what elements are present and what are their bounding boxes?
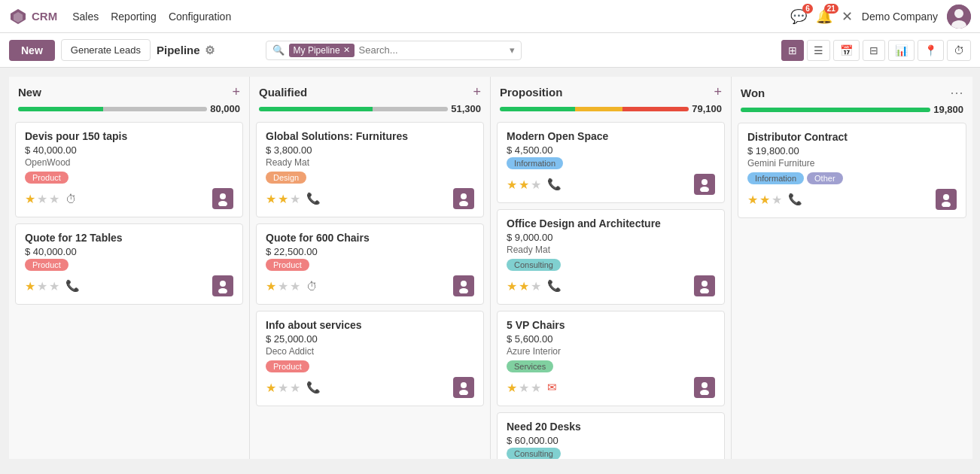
- card-tag[interactable]: Product: [266, 259, 309, 271]
- star-empty[interactable]: ★: [531, 279, 541, 293]
- card-tag[interactable]: Product: [25, 172, 68, 184]
- progress-bar: [259, 107, 448, 111]
- star-filled[interactable]: ★: [266, 279, 276, 293]
- star-filled[interactable]: ★: [747, 193, 758, 207]
- messages-icon[interactable]: 💬 6: [790, 8, 807, 25]
- star-filled[interactable]: ★: [278, 192, 288, 206]
- kanban-card[interactable]: Global Solutions: Furnitures $ 3,800.00 …: [256, 122, 484, 217]
- card-avatar: [212, 188, 233, 209]
- card-title: Need 20 Desks: [507, 421, 715, 433]
- card-stars: ★★★: [266, 279, 300, 293]
- svg-point-6: [218, 201, 227, 206]
- star-empty[interactable]: ★: [519, 381, 529, 395]
- view-map[interactable]: 📍: [918, 40, 944, 61]
- star-empty[interactable]: ★: [531, 381, 541, 395]
- phone-icon[interactable]: 📞: [306, 192, 321, 205]
- settings-icon[interactable]: ✕: [842, 8, 853, 25]
- card-left-actions: ★★★ ⏱: [266, 279, 318, 293]
- card-amount: $ 3,800.00: [266, 144, 474, 156]
- generate-leads-button[interactable]: Generate Leads: [61, 39, 151, 61]
- column-cards: Devis pour 150 tapis $ 40,000.00 OpenWoo…: [9, 119, 249, 459]
- search-input[interactable]: [359, 44, 502, 56]
- card-tags: Design: [266, 172, 474, 184]
- card-tag[interactable]: Other: [807, 172, 843, 184]
- card-tag[interactable]: Product: [25, 259, 68, 271]
- star-filled[interactable]: ★: [25, 279, 35, 293]
- star-empty[interactable]: ★: [278, 381, 288, 395]
- phone-icon[interactable]: 📞: [788, 193, 802, 206]
- kanban-card[interactable]: Modern Open Space $ 4,500.00 Information…: [497, 122, 725, 203]
- pipeline-settings-icon[interactable]: ⚙: [205, 44, 215, 57]
- view-grid[interactable]: ⊟: [863, 40, 885, 61]
- column-add-icon[interactable]: +: [232, 84, 240, 100]
- star-empty[interactable]: ★: [290, 279, 300, 293]
- card-tag[interactable]: Consulting: [507, 448, 561, 459]
- card-action-icons: ✉: [547, 381, 557, 394]
- star-filled[interactable]: ★: [759, 193, 770, 207]
- star-empty[interactable]: ★: [49, 279, 59, 293]
- card-company: Gemini Furniture: [747, 158, 957, 169]
- phone-icon[interactable]: 📞: [65, 279, 80, 293]
- column-add-icon[interactable]: +: [714, 84, 722, 100]
- user-avatar[interactable]: [947, 5, 971, 29]
- star-filled[interactable]: ★: [507, 381, 517, 395]
- card-tags: Information: [507, 157, 715, 169]
- card-tag[interactable]: Information: [747, 172, 804, 184]
- star-filled[interactable]: ★: [507, 279, 517, 293]
- nav-reporting[interactable]: Reporting: [111, 8, 157, 26]
- card-tag[interactable]: Design: [266, 172, 306, 184]
- view-activity[interactable]: ⏱: [947, 40, 971, 61]
- kanban-card[interactable]: Devis pour 150 tapis $ 40,000.00 OpenWoo…: [15, 122, 243, 217]
- app-logo[interactable]: CRM: [9, 8, 57, 26]
- card-tag[interactable]: Information: [507, 157, 563, 169]
- kanban-card[interactable]: 5 VP Chairs $ 5,600.00 Azure Interior Se…: [497, 311, 725, 406]
- star-empty[interactable]: ★: [37, 192, 47, 206]
- star-empty[interactable]: ★: [772, 193, 782, 207]
- phone-icon[interactable]: 📞: [547, 279, 562, 293]
- card-tag[interactable]: Product: [266, 360, 309, 372]
- view-chart[interactable]: 📊: [888, 40, 915, 61]
- nav-configuration[interactable]: Configuration: [169, 8, 231, 26]
- star-filled[interactable]: ★: [266, 381, 276, 395]
- card-tag[interactable]: Services: [507, 360, 553, 372]
- card-tag[interactable]: Consulting: [507, 259, 561, 271]
- search-dropdown-icon[interactable]: ▾: [510, 44, 515, 56]
- progress-bar-row: 79,100: [491, 103, 731, 119]
- notifications-icon[interactable]: 🔔 21: [816, 8, 832, 25]
- card-avatar: [694, 377, 715, 398]
- star-filled[interactable]: ★: [507, 178, 517, 192]
- nav-sales[interactable]: Sales: [72, 8, 99, 26]
- filter-tag-close[interactable]: ✕: [343, 45, 350, 55]
- view-calendar[interactable]: 📅: [833, 40, 860, 61]
- filter-tag[interactable]: My Pipeline ✕: [289, 44, 355, 57]
- star-empty[interactable]: ★: [290, 192, 300, 206]
- star-empty[interactable]: ★: [37, 279, 47, 293]
- star-empty[interactable]: ★: [49, 192, 59, 206]
- kanban-card[interactable]: Quote for 600 Chairs $ 22,500.00 Product…: [256, 223, 484, 305]
- phone-icon[interactable]: 📞: [306, 381, 321, 394]
- star-filled[interactable]: ★: [519, 178, 529, 192]
- star-empty[interactable]: ★: [531, 178, 541, 192]
- column-qualified: Qualified + 51,300 Global Solutions: Fur…: [250, 77, 491, 459]
- clock-icon[interactable]: ⏱: [65, 193, 77, 205]
- view-kanban[interactable]: ⊞: [781, 40, 804, 61]
- star-filled[interactable]: ★: [25, 192, 35, 206]
- kanban-card[interactable]: Office Design and Architecture $ 9,000.0…: [497, 209, 725, 305]
- email-icon[interactable]: ✉: [547, 381, 557, 394]
- svg-point-14: [459, 390, 468, 395]
- kanban-card[interactable]: Quote for 12 Tables $ 40,000.00 Product …: [15, 223, 243, 305]
- column-more-icon[interactable]: ⋯: [950, 84, 963, 101]
- kanban-card[interactable]: Info about services $ 25,000.00 Deco Add…: [256, 311, 484, 406]
- card-amount: $ 19,800.00: [747, 145, 957, 156]
- kanban-card[interactable]: Need 20 Desks $ 60,000.00 Consulting ★★★: [497, 412, 725, 459]
- star-filled[interactable]: ★: [519, 279, 529, 293]
- column-add-icon[interactable]: +: [473, 84, 481, 100]
- clock-icon[interactable]: ⏱: [306, 280, 318, 293]
- view-list[interactable]: ☰: [807, 40, 830, 61]
- star-empty[interactable]: ★: [278, 279, 288, 293]
- star-filled[interactable]: ★: [266, 192, 276, 206]
- kanban-card[interactable]: Distributor Contract $ 19,800.00 Gemini …: [738, 123, 966, 218]
- phone-icon[interactable]: 📞: [547, 178, 562, 191]
- star-empty[interactable]: ★: [290, 381, 300, 395]
- new-button[interactable]: New: [9, 40, 55, 61]
